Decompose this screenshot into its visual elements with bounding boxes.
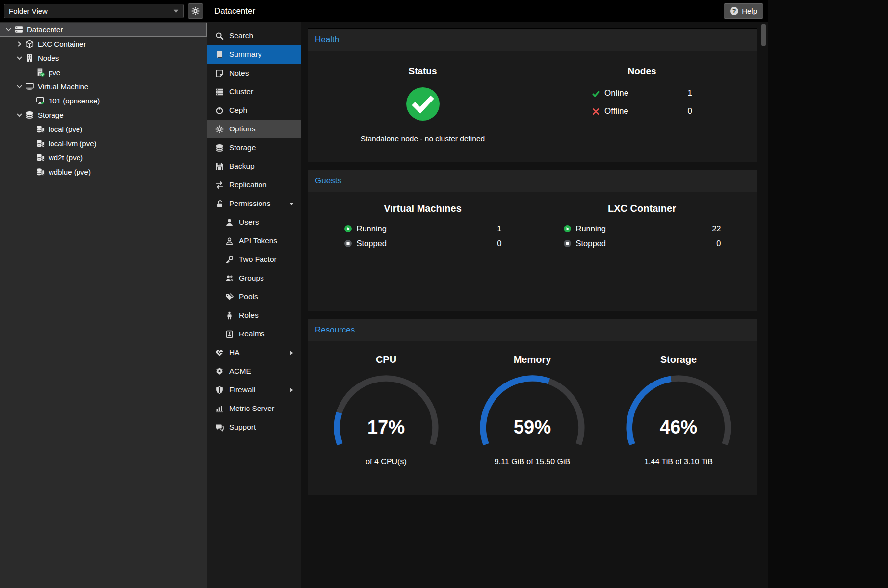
menu-item-cluster[interactable]: Cluster bbox=[207, 82, 301, 101]
gauge-percent-value: 46% bbox=[660, 416, 698, 437]
question-circle-icon: ? bbox=[730, 7, 738, 15]
node-status-row: Online1 bbox=[592, 88, 692, 98]
book-icon bbox=[215, 51, 224, 59]
menu-item-label: Notes bbox=[229, 69, 249, 77]
node-status-label: Offline bbox=[604, 106, 628, 116]
menu-item-replication[interactable]: Replication bbox=[207, 176, 301, 194]
guests-panel-title: Guests bbox=[315, 176, 341, 186]
tree-item-datacenter[interactable]: Datacenter bbox=[0, 23, 207, 37]
menu-item-label: Permissions bbox=[229, 199, 270, 208]
guest-status-label: Running bbox=[357, 224, 387, 233]
menu-item-label: Roles bbox=[239, 311, 259, 320]
tree-item-label: local-lvm (pve) bbox=[47, 139, 97, 148]
tree-indent bbox=[26, 154, 34, 161]
expand-arrow-icon[interactable] bbox=[16, 40, 23, 48]
tree-item-label: 101 (opnsense) bbox=[47, 97, 100, 105]
menu-item-permissions[interactable]: Permissions bbox=[207, 194, 301, 213]
help-button-label: Help bbox=[742, 7, 757, 15]
content-scrollbar[interactable] bbox=[761, 23, 766, 588]
view-mode-select[interactable]: Folder View bbox=[4, 4, 184, 18]
building-icon bbox=[26, 54, 34, 62]
tree-indent bbox=[26, 140, 34, 147]
menu-item-ceph[interactable]: Ceph bbox=[207, 101, 301, 120]
help-button[interactable]: ? Help bbox=[724, 3, 763, 19]
tree-item-pve[interactable]: pve bbox=[0, 65, 207, 79]
menu-item-search[interactable]: Search bbox=[207, 26, 301, 45]
nodes-heading: Nodes bbox=[627, 66, 656, 77]
address-book-icon bbox=[225, 330, 234, 338]
tree-item-storage-local[interactable]: local (pve) bbox=[0, 122, 207, 136]
play-icon bbox=[344, 225, 352, 233]
tree-item-label: Storage bbox=[36, 111, 64, 119]
tree-item-virtual-machine[interactable]: Virtual Machine bbox=[0, 79, 207, 94]
menu-item-summary[interactable]: Summary bbox=[207, 45, 301, 64]
floppy-icon bbox=[215, 162, 224, 171]
menu-item-backup[interactable]: Backup bbox=[207, 157, 301, 176]
note-icon bbox=[215, 69, 224, 77]
collapse-arrow-icon[interactable] bbox=[5, 26, 12, 33]
collapse-arrow-icon[interactable] bbox=[16, 54, 23, 62]
tree-item-storage-local-lvm[interactable]: local-lvm (pve) bbox=[0, 136, 207, 151]
guest-status-value: 22 bbox=[712, 224, 721, 233]
tree-item-storage-wdblue[interactable]: wdblue (pve) bbox=[0, 165, 207, 179]
menu-item-support[interactable]: Support bbox=[207, 418, 301, 436]
heartbeat-icon bbox=[215, 349, 224, 357]
chevron-right-icon bbox=[289, 350, 294, 356]
menu-item-acme[interactable]: ACME bbox=[207, 362, 301, 381]
shield-icon bbox=[215, 386, 224, 394]
guest-status-value: 0 bbox=[497, 239, 501, 248]
menu-item-users[interactable]: Users bbox=[207, 213, 301, 231]
menu-item-label: Two Factor bbox=[239, 255, 277, 264]
tree-item-vm-101[interactable]: 101 (opnsense) bbox=[0, 94, 207, 108]
status-heading: Status bbox=[408, 66, 437, 77]
menu-item-options[interactable]: Options bbox=[207, 120, 301, 138]
storage-gauge: 46% bbox=[612, 372, 745, 457]
guest-status-row: Running1 bbox=[344, 224, 502, 233]
health-panel: Health Status Standalone node - no clust… bbox=[308, 28, 757, 162]
tree-item-lxc-container[interactable]: LXC Container bbox=[0, 37, 207, 51]
guests-column: LXC ContainerRunning22Stopped0 bbox=[532, 199, 752, 248]
menu-item-label: Options bbox=[229, 125, 255, 133]
menu-item-two-factor[interactable]: Two Factor bbox=[207, 250, 301, 269]
memory-gauge: 59% bbox=[466, 372, 599, 457]
collapse-arrow-icon[interactable] bbox=[16, 111, 23, 119]
proxmox-window: Folder View Datacenter ? Help Datacenter… bbox=[0, 0, 768, 588]
menu-item-firewall[interactable]: Firewall bbox=[207, 381, 301, 399]
storage-gauge-column: Storage46%1.44 TiB of 3.10 TiB bbox=[605, 354, 752, 466]
menu-item-label: HA bbox=[229, 348, 240, 357]
top-bar: Folder View Datacenter ? Help bbox=[0, 0, 768, 22]
db-icon bbox=[26, 111, 34, 119]
menu-item-pools[interactable]: Pools bbox=[207, 287, 301, 306]
guests-column: Virtual MachinesRunning1Stopped0 bbox=[313, 199, 532, 248]
guest-status-value: 1 bbox=[497, 224, 501, 233]
menu-item-api-tokens[interactable]: API Tokens bbox=[207, 231, 301, 250]
menu-item-notes[interactable]: Notes bbox=[207, 64, 301, 82]
menu-item-metric-server[interactable]: Metric Server bbox=[207, 399, 301, 418]
node-status-value: 0 bbox=[688, 106, 692, 116]
menu-item-roles[interactable]: Roles bbox=[207, 306, 301, 325]
user-icon bbox=[225, 218, 234, 227]
menu-item-realms[interactable]: Realms bbox=[207, 325, 301, 343]
guest-status-label: Stopped bbox=[576, 239, 606, 248]
menu-item-storage[interactable]: Storage bbox=[207, 138, 301, 157]
key-icon bbox=[225, 256, 234, 264]
node-status-row: Offline0 bbox=[592, 106, 692, 116]
users-icon bbox=[225, 274, 234, 282]
tree-item-nodes[interactable]: Nodes bbox=[0, 51, 207, 65]
gauge-detail: of 4 CPU(s) bbox=[366, 458, 407, 466]
menu-item-label: Replication bbox=[229, 180, 267, 189]
datacenter-menu: SearchSummaryNotesClusterCephOptionsStor… bbox=[207, 22, 301, 588]
tree-item-storage[interactable]: Storage bbox=[0, 108, 207, 122]
gear-icon bbox=[215, 125, 224, 133]
storage-drive-icon bbox=[36, 125, 45, 133]
tree-item-storage-wd2t[interactable]: wd2t (pve) bbox=[0, 151, 207, 165]
memory-gauge-column: Memory59%9.11 GiB of 15.50 GiB bbox=[459, 354, 605, 466]
storage-drive-icon bbox=[36, 168, 45, 176]
collapse-arrow-icon[interactable] bbox=[16, 83, 23, 90]
tree-settings-button[interactable] bbox=[188, 3, 203, 19]
menu-item-label: Users bbox=[239, 218, 259, 227]
scrollbar-thumb[interactable] bbox=[761, 24, 766, 46]
tree-item-label: wdblue (pve) bbox=[47, 168, 91, 176]
menu-item-groups[interactable]: Groups bbox=[207, 269, 301, 287]
menu-item-ha[interactable]: HA bbox=[207, 343, 301, 362]
